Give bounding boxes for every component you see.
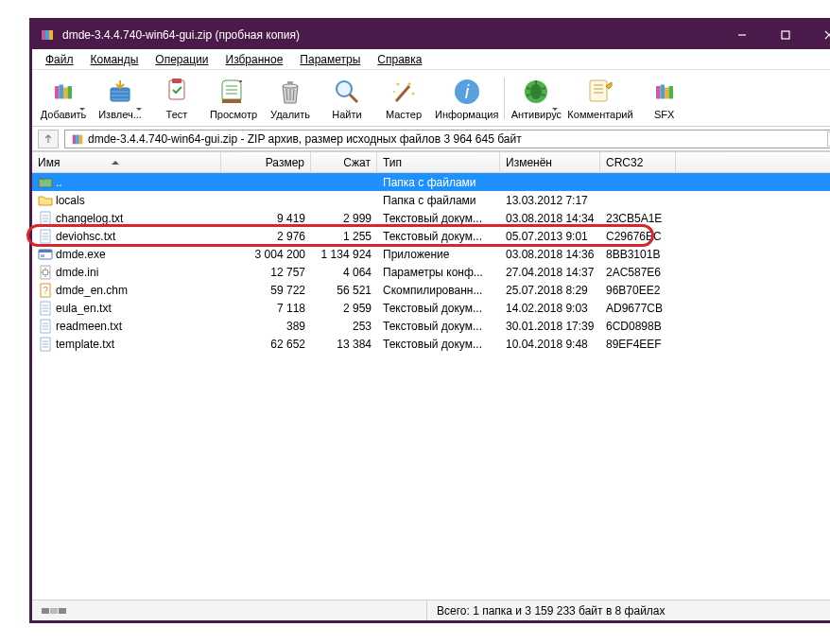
comment-button[interactable]: Комментарий [567, 72, 632, 125]
status-left [32, 600, 427, 620]
file-row[interactable]: dmde.exe3 004 2001 134 924Приложение03.0… [32, 245, 830, 263]
file-date: 13.03.2012 7:17 [500, 194, 600, 207]
file-name: dmde_en.chm [56, 284, 128, 297]
file-name: deviohsc.txt [56, 230, 115, 243]
app-icon [38, 26, 57, 44]
file-name: .. [56, 176, 62, 189]
file-list-header: Имя Размер Сжат Тип Изменён CRC32 [32, 152, 830, 173]
menu-file[interactable]: Файл [38, 52, 81, 67]
file-row[interactable]: readmeen.txt389253Текстовый докум...30.0… [32, 317, 830, 335]
svg-rect-78 [50, 608, 58, 614]
file-size: 7 118 [221, 302, 311, 315]
svg-rect-42 [656, 86, 661, 99]
file-name: readmeen.txt [56, 320, 122, 333]
column-name[interactable]: Имя [32, 152, 221, 172]
file-size: 9 419 [221, 212, 311, 225]
close-button[interactable] [807, 21, 830, 49]
file-type: Текстовый докум... [377, 320, 500, 333]
file-type-icon [38, 193, 53, 208]
file-size: 12 757 [221, 266, 311, 279]
toolbar: Добавить Извлеч... Тест Просмотр Удалить… [32, 70, 830, 127]
add-button[interactable]: Добавить [38, 72, 89, 125]
column-size[interactable]: Размер [221, 152, 311, 172]
file-packed: 1 255 [311, 230, 377, 243]
menu-commands[interactable]: Команды [83, 52, 147, 67]
column-date[interactable]: Изменён [500, 152, 600, 172]
file-row[interactable]: deviohsc.txt2 9761 255Текстовый докум...… [32, 227, 830, 245]
minimize-button[interactable] [720, 21, 764, 49]
file-crc: C29676EC [600, 230, 676, 243]
file-crc: 89EF4EEF [600, 338, 676, 351]
file-packed: 253 [311, 320, 377, 333]
file-row[interactable]: dmde.ini12 7574 064Параметры конф...27.0… [32, 263, 830, 281]
sfx-button[interactable]: SFX [639, 72, 690, 125]
file-type-icon [38, 319, 53, 334]
file-row[interactable]: localsПапка с файлами13.03.2012 7:17 [32, 191, 830, 209]
view-button[interactable]: Просмотр [208, 72, 259, 125]
file-row[interactable]: ..Папка с файлами [32, 173, 830, 191]
svg-point-27 [412, 92, 415, 95]
file-crc: 8BB3101B [600, 248, 676, 261]
delete-button[interactable]: Удалить [265, 72, 316, 125]
file-date: 27.04.2018 14:37 [500, 266, 600, 279]
column-type[interactable]: Тип [377, 152, 500, 172]
file-list[interactable]: ..Папка с файламиlocalsПапка с файлами13… [32, 173, 830, 600]
menu-options[interactable]: Параметры [292, 52, 368, 67]
path-field[interactable]: dmde-3.4.4.740-win64-gui.zip - ZIP архив… [64, 130, 830, 148]
file-row[interactable]: ?dmde_en.chm59 72256 521Скомпилированн..… [32, 281, 830, 299]
menu-favorites[interactable]: Избранное [218, 52, 291, 67]
svg-rect-77 [42, 608, 49, 614]
file-name: dmde.ini [56, 266, 98, 279]
svg-point-19 [283, 84, 298, 88]
column-packed[interactable]: Сжат [311, 152, 377, 172]
file-type: Текстовый докум... [377, 230, 500, 243]
file-name: eula_en.txt [56, 302, 112, 315]
file-row[interactable]: template.txt62 65213 384Текстовый докум.… [32, 335, 830, 353]
pathbar: dmde-3.4.4.740-win64-gui.zip - ZIP архив… [32, 127, 830, 151]
file-type-icon [38, 301, 53, 316]
menu-help[interactable]: Справка [370, 52, 429, 67]
svg-rect-9 [63, 87, 68, 98]
svg-rect-48 [79, 134, 83, 144]
file-row[interactable]: changelog.txt9 4192 999Текстовый докум..… [32, 209, 830, 227]
file-type-icon [38, 265, 53, 280]
status-icon [42, 606, 66, 616]
maximize-button[interactable] [764, 21, 807, 49]
file-row[interactable]: eula_en.txt7 1182 959Текстовый докум...1… [32, 299, 830, 317]
file-size: 62 652 [221, 338, 311, 351]
extract-button[interactable]: Извлеч... [95, 72, 146, 125]
file-date: 05.07.2013 9:01 [500, 230, 600, 243]
trash-icon [275, 77, 305, 107]
up-button[interactable] [38, 130, 59, 148]
file-size: 2 976 [221, 230, 311, 243]
menu-operations[interactable]: Операции [147, 52, 216, 67]
file-type: Папка с файлами [377, 176, 500, 189]
antivirus-button[interactable]: Антивирус [510, 72, 562, 125]
find-button[interactable]: Найти [321, 72, 372, 125]
file-packed: 2 999 [311, 212, 377, 225]
file-size: 3 004 200 [221, 248, 311, 261]
file-name: changelog.txt [56, 212, 123, 225]
test-button[interactable]: Тест [151, 72, 202, 125]
svg-text:?: ? [43, 286, 48, 296]
file-packed: 1 134 924 [311, 248, 377, 261]
file-size: 59 722 [221, 284, 311, 297]
wizard-button[interactable]: Мастер [378, 72, 429, 125]
svg-rect-7 [55, 86, 60, 99]
svg-rect-38 [590, 80, 607, 101]
svg-line-25 [350, 95, 357, 102]
file-crc: 2AC587E6 [600, 266, 676, 279]
file-crc: 6CD0898B [600, 320, 676, 333]
info-icon: i [452, 77, 482, 107]
search-icon [332, 77, 362, 107]
file-crc: AD9677CB [600, 302, 676, 315]
svg-rect-79 [59, 608, 66, 614]
svg-rect-46 [73, 134, 77, 144]
info-button[interactable]: iИнформация [435, 72, 498, 125]
statusbar: Всего: 1 папка и 3 159 233 байт в 8 файл… [32, 600, 830, 620]
svg-rect-8 [60, 84, 64, 98]
column-crc[interactable]: CRC32 [600, 152, 676, 172]
status-right: Всего: 1 папка и 3 159 233 байт в 8 файл… [427, 600, 830, 620]
svg-rect-43 [660, 84, 665, 98]
svg-rect-10 [68, 86, 73, 99]
